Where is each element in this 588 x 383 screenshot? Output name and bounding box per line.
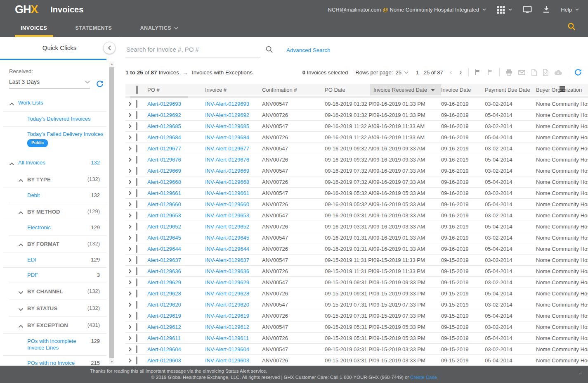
rows-per-page-dropdown[interactable]: Rows per page:25 — [355, 69, 409, 76]
horizontal-scrollbar[interactable] — [125, 96, 588, 98]
row-checkbox[interactable] — [136, 122, 137, 130]
po-number-link[interactable]: Alert-0129693 — [147, 101, 181, 107]
scroll-down-icon[interactable]: ▼ — [109, 359, 114, 364]
col-payment-due-date[interactable]: Payment Due Date — [485, 84, 536, 95]
invoice-number-link[interactable]: INV-Alert-0129629 — [205, 279, 249, 285]
row-checkbox[interactable] — [136, 301, 137, 309]
row-expander[interactable] — [125, 326, 136, 328]
row-checkbox[interactable] — [136, 256, 137, 264]
invoice-number-link[interactable]: INV-Alert-0129652 — [205, 224, 249, 230]
row-checkbox[interactable] — [136, 278, 137, 286]
next-page-button[interactable]: › — [458, 68, 463, 76]
row-checkbox[interactable] — [136, 156, 137, 164]
invoice-number-link[interactable]: INV-Alert-0129693 — [205, 101, 249, 107]
po-number-link[interactable]: Alert-0129637 — [147, 257, 181, 263]
po-number-link[interactable]: Alert-0129629 — [147, 279, 181, 285]
row-checkbox[interactable] — [136, 357, 137, 364]
po-number-link[interactable]: Alert-0129677 — [147, 145, 181, 152]
nav-search-button[interactable] — [567, 22, 576, 32]
po-number-link[interactable]: Alert-0129619 — [147, 313, 181, 319]
row-checkbox[interactable] — [136, 290, 137, 297]
create-case-link[interactable]: Create Case — [410, 375, 437, 380]
row-expander[interactable] — [125, 236, 136, 239]
po-number-link[interactable]: Alert-0129692 — [147, 112, 181, 118]
row-expander[interactable] — [125, 359, 136, 362]
section-header-by-type[interactable]: BY TYPE (132) — [3, 172, 106, 188]
apps-grid-menu[interactable] — [497, 6, 512, 14]
invoice-number-link[interactable]: INV-Alert-0129685 — [205, 123, 249, 129]
row-checkbox[interactable] — [136, 312, 137, 320]
row-checkbox[interactable] — [136, 189, 137, 197]
sidebar-scrollbar[interactable]: ▲ ▼ — [109, 62, 114, 364]
row-expander[interactable] — [125, 203, 136, 206]
invoice-number-link[interactable]: INV-Alert-0129668 — [205, 179, 249, 185]
po-number-link[interactable]: Alert-0129652 — [147, 224, 181, 230]
col-confirmation-number[interactable]: Confirmation # — [262, 84, 325, 95]
row-expander[interactable] — [125, 281, 136, 284]
prev-page-button[interactable]: ‹ — [449, 68, 453, 76]
select-all-checkbox[interactable] — [136, 86, 138, 94]
resize-corner-icon[interactable] — [579, 371, 582, 375]
scrollbar-thumb[interactable] — [109, 67, 114, 358]
invoice-number-link[interactable]: INV-Alert-0129603 — [205, 357, 249, 364]
col-invoice-received-date[interactable]: Invoice Received Date — [370, 84, 441, 95]
invoice-number-link[interactable]: INV-Alert-0129637 — [205, 257, 249, 263]
invoice-number-link[interactable]: INV-Alert-0129661 — [205, 190, 249, 196]
received-dropdown[interactable]: Last 3 Days — [9, 79, 90, 89]
monitor-button[interactable] — [523, 6, 532, 14]
invoice-number-link[interactable]: INV-Alert-0129636 — [205, 268, 249, 274]
po-number-link[interactable]: Alert-0129645 — [147, 235, 181, 241]
search-input[interactable] — [125, 43, 260, 57]
po-number-link[interactable]: Alert-0129653 — [147, 212, 181, 219]
row-expander[interactable] — [125, 259, 136, 262]
row-checkbox[interactable] — [136, 200, 137, 208]
row-checkbox[interactable] — [136, 145, 137, 152]
col-po-date[interactable]: PO Date — [325, 84, 373, 95]
row-checkbox[interactable] — [136, 334, 137, 342]
row-checkbox[interactable] — [136, 100, 137, 108]
filter-item[interactable]: Electronic 129 — [3, 220, 106, 235]
invoice-number-link[interactable]: INV-Alert-0129677 — [205, 145, 249, 152]
row-expander[interactable] — [125, 169, 136, 172]
filter-item[interactable]: POs with incomplete Invoice Lines 129 — [3, 333, 106, 355]
row-checkbox[interactable] — [136, 267, 137, 275]
filter-item[interactable]: Debit 132 — [3, 188, 106, 203]
help-menu[interactable]: Help — [561, 7, 579, 13]
po-number-link[interactable]: Alert-0129611 — [147, 335, 181, 341]
sidebar-collapse-button[interactable] — [103, 42, 116, 54]
row-expander[interactable] — [125, 247, 136, 250]
section-header-by-status[interactable]: BY STATUS (132) — [3, 301, 106, 316]
export-excel-button[interactable] — [543, 69, 548, 76]
invoice-number-link[interactable]: INV-Alert-0129660 — [205, 201, 249, 207]
row-expander[interactable] — [125, 225, 136, 228]
print-button[interactable] — [505, 69, 512, 76]
cloud-download-button[interactable] — [554, 69, 562, 75]
work-lists-header[interactable]: Work Lists — [3, 95, 106, 111]
section-header-by-exception[interactable]: BY EXCEPTION (431) — [3, 318, 106, 333]
account-menu[interactable]: NCHI@mailinator.com @ Nome Community Hos… — [328, 7, 486, 13]
worklist-item[interactable]: Today's Failed Delivery Invoices Public — [3, 126, 106, 151]
email-button[interactable] — [518, 70, 525, 75]
po-number-link[interactable]: Alert-0129620 — [147, 302, 181, 308]
tab-statements[interactable]: STATEMENTS — [70, 19, 118, 37]
row-expander[interactable] — [125, 348, 136, 351]
row-expander[interactable] — [125, 292, 136, 295]
section-header-by-format[interactable]: BY FORMAT (132) — [3, 236, 106, 252]
row-expander[interactable] — [125, 158, 136, 161]
filter-item[interactable]: EDI 129 — [3, 252, 106, 267]
row-expander[interactable] — [125, 125, 136, 128]
row-expander[interactable] — [125, 136, 136, 139]
row-checkbox[interactable] — [136, 323, 137, 331]
search-icon[interactable] — [265, 45, 273, 53]
row-checkbox[interactable] — [136, 178, 137, 186]
all-invoices-header[interactable]: All Invoices 132 — [3, 155, 106, 171]
po-number-link[interactable]: Alert-0129684 — [147, 134, 181, 140]
col-invoice-date[interactable]: Invoice Date — [441, 84, 485, 95]
po-number-link[interactable]: Alert-0129628 — [147, 290, 181, 297]
row-checkbox[interactable] — [136, 167, 137, 175]
download-button[interactable] — [543, 6, 550, 13]
row-expander[interactable] — [125, 192, 136, 195]
row-checkbox[interactable] — [136, 234, 137, 242]
row-checkbox[interactable] — [136, 345, 137, 353]
col-invoice-number[interactable]: Invoice # — [205, 84, 262, 95]
